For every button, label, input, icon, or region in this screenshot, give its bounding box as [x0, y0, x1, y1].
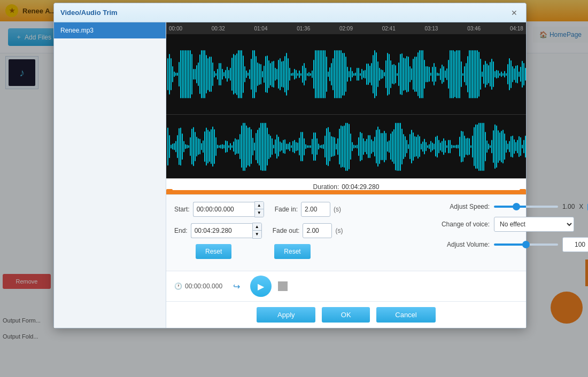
trim-dialog: Video/Audio Trim ✕ Renee.mp3 00:00 00:32… [53, 3, 527, 328]
speed-unit: X [579, 203, 583, 210]
end-spin-up[interactable]: ▲ [253, 223, 261, 231]
play-button[interactable]: ▶ [250, 276, 272, 297]
fade-out-unit: (s) [335, 227, 343, 234]
reset-fade-button[interactable]: Reset [274, 244, 310, 259]
start-input-group: ▲ ▼ [193, 201, 264, 217]
volume-input[interactable] [562, 237, 588, 252]
voice-control: Change of voice: No effect Male to Femal… [436, 217, 588, 232]
trim-track [166, 190, 526, 194]
start-spin-up[interactable]: ▲ [255, 202, 264, 209]
fade-out-input[interactable] [303, 223, 332, 238]
volume-label: Adjust Volume: [436, 241, 490, 248]
start-group: Start: ▲ ▼ [174, 201, 264, 217]
marker-3: 01:36 [297, 26, 310, 32]
end-row: End: ▲ ▼ Fade out: [174, 223, 431, 239]
dialog-titlebar: Video/Audio Trim ✕ [54, 3, 526, 22]
cancel-button[interactable]: Cancel [376, 307, 435, 323]
export-icon: ↪ [233, 282, 240, 291]
fade-in-unit: (s) [334, 206, 341, 213]
dialog-title: Video/Audio Trim [60, 9, 509, 17]
waveform-bottom-bars [166, 115, 526, 178]
controls-columns: Start: ▲ ▼ Fade in: [174, 201, 518, 264]
end-group: End: ▲ ▼ [174, 223, 262, 239]
marker-6: 03:13 [424, 26, 438, 32]
marker-0: 00:00 [169, 26, 182, 32]
start-label: Start: [174, 206, 190, 213]
end-spinners: ▲ ▼ [252, 223, 262, 239]
start-row: Start: ▲ ▼ Fade in: [174, 201, 431, 217]
end-label: End: [174, 227, 188, 234]
start-spin-down[interactable]: ▼ [255, 209, 264, 217]
speed-value: 1.00 [562, 203, 575, 210]
trim-handle-left[interactable] [166, 189, 173, 194]
marker-1: 00:32 [212, 26, 225, 32]
speed-slider[interactable] [494, 206, 558, 208]
fade-out-label: Fade out: [273, 227, 300, 234]
reset-time-button[interactable]: Reset [196, 244, 231, 259]
voice-select[interactable]: No effect Male to Female Female to Male … [494, 217, 574, 232]
apply-button[interactable]: Apply [257, 307, 315, 323]
marker-8: 04:18 [510, 26, 523, 32]
marker-2: 01:04 [254, 26, 267, 32]
export-button[interactable]: ↪ [229, 279, 244, 294]
trim-fill [166, 190, 526, 194]
dialog-footer: Apply OK Cancel [166, 301, 526, 328]
start-time-input[interactable] [193, 202, 254, 217]
speed-control: Adjust Speed: 1.00 X ▶ [436, 201, 588, 211]
controls-right-col: Adjust Speed: 1.00 X ▶ Change of voice: … [431, 201, 588, 264]
close-button[interactable]: ✕ [509, 7, 520, 18]
playback-bar: 🕐 00:00:00.000 ↪ ▶ [166, 271, 526, 301]
dialog-file-list: Renee.mp3 [54, 22, 166, 328]
marker-4: 02:09 [339, 26, 353, 32]
duration-label: Duration: [313, 183, 339, 191]
playback-time-value: 00:00:00.000 [185, 282, 222, 290]
end-input-group: ▲ ▼ [191, 223, 262, 239]
ok-button[interactable]: OK [322, 307, 370, 323]
volume-slider[interactable] [494, 244, 558, 246]
end-time-input[interactable] [191, 223, 252, 238]
trim-handle-right[interactable] [520, 189, 526, 194]
waveform-container: 00:00 00:32 01:04 01:36 02:09 02:41 03:1… [166, 22, 526, 194]
waveform-bottom [166, 114, 526, 178]
fade-out-group: Fade out: (s) [273, 223, 343, 238]
volume-control: Adjust Volume: % [436, 237, 588, 252]
end-spin-down[interactable]: ▼ [253, 231, 261, 238]
fade-in-input[interactable] [301, 202, 330, 217]
fade-in-group: Fade in: (s) [275, 202, 341, 217]
timeline-markers: 00:00 00:32 01:04 01:36 02:09 02:41 03:1… [169, 26, 523, 32]
fade-in-label: Fade in: [275, 206, 298, 213]
dialog-file-entry[interactable]: Renee.mp3 [54, 22, 166, 38]
duration-bar: Duration: 00:04:29.280 [166, 178, 526, 194]
timeline-ruler: 00:00 00:32 01:04 01:36 02:09 02:41 03:1… [166, 22, 526, 34]
duration-value: 00:04:29.280 [342, 183, 379, 191]
reset-row: Reset Reset [174, 244, 431, 259]
controls-left-col: Start: ▲ ▼ Fade in: [174, 201, 431, 264]
waveform-top-bars [166, 34, 526, 114]
marker-7: 03:46 [467, 26, 481, 32]
stop-button[interactable] [278, 281, 288, 291]
clock-icon: 🕐 [174, 282, 182, 290]
dialog-right-panel: 00:00 00:32 01:04 01:36 02:09 02:41 03:1… [166, 22, 526, 328]
controls-area: Start: ▲ ▼ Fade in: [166, 194, 526, 271]
start-spinners: ▲ ▼ [254, 201, 264, 217]
marker-5: 02:41 [382, 26, 396, 32]
voice-label: Change of voice: [436, 221, 490, 228]
dialog-body: Renee.mp3 00:00 00:32 01:04 01:36 02:09 … [54, 22, 526, 328]
playback-time: 🕐 00:00:00.000 [174, 282, 222, 290]
waveform-top: // Inline SVG content via template [166, 34, 526, 114]
speed-label: Adjust Speed: [436, 203, 490, 210]
play-icon: ▶ [258, 281, 264, 292]
